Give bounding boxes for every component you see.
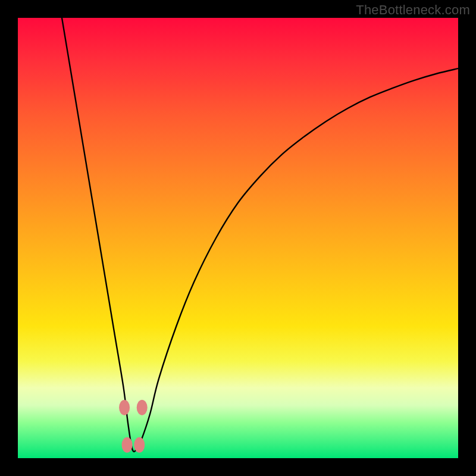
plot-area <box>18 18 458 458</box>
marker-group <box>119 400 148 453</box>
bottleneck-curve <box>62 18 458 452</box>
curve-marker <box>119 400 130 415</box>
outer-frame: TheBottleneck.com <box>0 0 476 476</box>
bottleneck-chart <box>18 18 458 458</box>
curve-marker <box>122 437 133 453</box>
watermark-text: TheBottleneck.com <box>356 2 470 18</box>
curve-marker <box>137 400 148 415</box>
curve-marker <box>134 437 145 453</box>
